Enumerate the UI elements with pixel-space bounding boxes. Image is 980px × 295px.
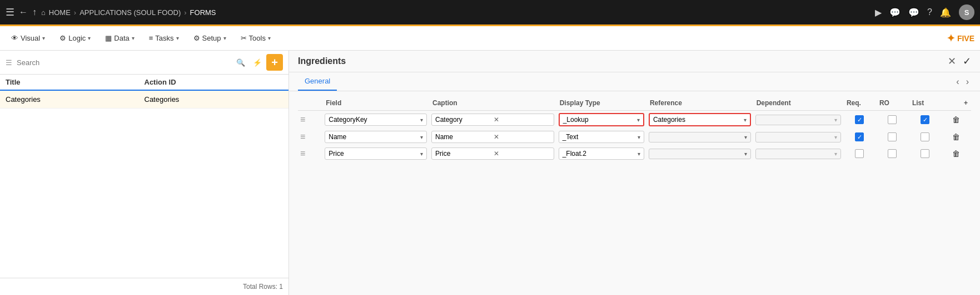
list-cell: ✓ xyxy=(909,111,942,129)
caption-clear-icon[interactable]: ✕ xyxy=(494,150,550,158)
display-type-select[interactable]: _Float.2▾ xyxy=(559,148,644,160)
bell-icon[interactable]: 🔔 xyxy=(940,7,951,18)
reference-select[interactable]: ▾ xyxy=(649,149,751,159)
list-cell xyxy=(909,129,942,145)
dependent-select[interactable]: ▾ xyxy=(755,132,841,142)
breadcrumb-app[interactable]: APPLICATIONS (SOUL FOOD) xyxy=(79,8,181,17)
add-button[interactable]: + xyxy=(266,54,283,71)
display-type-cell: _Text▾ xyxy=(556,129,646,145)
field-select[interactable]: CategoryKey▾ xyxy=(325,114,427,126)
delete-row-button[interactable]: 🗑 xyxy=(952,149,960,158)
search-bar: ☰ 🔍 ⚡ + xyxy=(0,51,288,75)
list-checkbox[interactable] xyxy=(921,149,929,158)
caption-input[interactable]: Category✕ xyxy=(431,114,554,126)
close-button[interactable]: ✕ xyxy=(948,55,956,67)
reference-arrow: ▾ xyxy=(744,151,747,157)
delete-row-button[interactable]: 🗑 xyxy=(952,115,960,124)
panel-title: Ingredients xyxy=(298,56,948,66)
ro-checkbox[interactable] xyxy=(888,132,897,141)
field-select-arrow: ▾ xyxy=(420,151,423,157)
delete-cell: 🗑 xyxy=(942,111,971,129)
chat-icon[interactable]: 💬 xyxy=(889,7,901,18)
req-checkbox[interactable]: ✓ xyxy=(855,115,864,124)
caption-input[interactable]: Price✕ xyxy=(431,148,554,160)
help-icon[interactable]: ? xyxy=(927,7,932,17)
visual-icon: 👁 xyxy=(11,34,18,42)
check-button[interactable]: ✓ xyxy=(963,55,971,67)
toolbar-tools[interactable]: ✂ Tools ▾ xyxy=(235,32,276,45)
caption-clear-icon[interactable]: ✕ xyxy=(494,116,550,124)
toolbar-logic[interactable]: ⚙ Logic ▾ xyxy=(54,32,96,45)
drag-handle[interactable]: ≡ xyxy=(298,111,322,129)
add-field-button[interactable]: + xyxy=(942,96,971,111)
caption-input[interactable]: Name✕ xyxy=(431,131,554,143)
req-checkbox[interactable]: ✓ xyxy=(855,132,864,141)
dependent-arrow: ▾ xyxy=(834,151,837,157)
delete-row-button[interactable]: 🗑 xyxy=(952,132,960,141)
list-cell xyxy=(909,145,942,162)
dependent-cell: ▾ xyxy=(753,145,843,162)
fields-table: Field Caption Display Type Reference Dep xyxy=(298,96,971,162)
top-nav-right: ▶ 💬 💬 ? 🔔 S xyxy=(875,4,974,20)
up-button[interactable]: ↑ xyxy=(32,7,37,17)
field-cell: CategoryKey▾ xyxy=(322,111,429,129)
drag-handle[interactable]: ≡ xyxy=(298,145,322,162)
search-input[interactable] xyxy=(17,58,232,67)
ro-checkbox[interactable] xyxy=(888,149,897,158)
data-arrow: ▾ xyxy=(132,35,135,41)
table-row[interactable]: Categories Categories xyxy=(0,91,288,109)
table-header: Title Action ID xyxy=(0,75,288,91)
field-select[interactable]: Price▾ xyxy=(325,148,427,160)
dependent-arrow: ▾ xyxy=(834,117,837,123)
visual-arrow: ▾ xyxy=(42,35,45,41)
tabs: General ‹ › xyxy=(289,72,980,91)
next-tab-button[interactable]: › xyxy=(964,76,971,88)
avatar[interactable]: S xyxy=(959,4,974,20)
reference-select[interactable]: Categories▾ xyxy=(649,113,751,126)
breadcrumb: ⌂ HOME › APPLICATIONS (SOUL FOOD) › FORM… xyxy=(41,8,870,17)
play-icon[interactable]: ▶ xyxy=(875,7,882,18)
right-panel: Ingredients ✕ ✓ General ‹ › Field xyxy=(289,51,980,295)
dependent-select[interactable]: ▾ xyxy=(755,115,841,125)
ro-cell xyxy=(876,129,909,145)
display-type-select[interactable]: _Lookup▾ xyxy=(559,113,644,126)
left-panel: ☰ 🔍 ⚡ + Title Action ID Categories Categ… xyxy=(0,51,289,295)
list-checkbox[interactable]: ✓ xyxy=(921,115,929,124)
th-req: Req. xyxy=(843,96,876,111)
tools-icon: ✂ xyxy=(241,34,247,42)
dependent-select[interactable]: ▾ xyxy=(755,149,841,159)
reference-arrow: ▾ xyxy=(744,117,747,123)
list-checkbox[interactable] xyxy=(921,132,929,141)
req-cell: ✓ xyxy=(843,111,876,129)
toolbar-tasks[interactable]: ≡ Tasks ▾ xyxy=(143,32,185,45)
caption-clear-icon[interactable]: ✕ xyxy=(494,133,550,141)
th-reference: Reference xyxy=(646,96,753,111)
prev-tab-button[interactable]: ‹ xyxy=(954,76,961,88)
field-row: ≡Price▾Price✕_Float.2▾▾▾🗑 xyxy=(298,145,971,162)
drag-handle[interactable]: ≡ xyxy=(298,129,322,145)
ro-checkbox[interactable] xyxy=(888,115,897,124)
display-type-select[interactable]: _Text▾ xyxy=(559,131,644,143)
req-checkbox[interactable] xyxy=(855,149,864,158)
flash-icon: ⚡ xyxy=(253,58,262,67)
reference-select[interactable]: ▾ xyxy=(649,132,751,142)
delete-cell: 🗑 xyxy=(942,145,971,162)
chat2-icon[interactable]: 💬 xyxy=(908,7,919,18)
breadcrumb-forms[interactable]: FORMS xyxy=(190,8,216,17)
five-logo: ✦ FIVE xyxy=(947,32,974,45)
toolbar-setup[interactable]: ⚙ Setup ▾ xyxy=(188,32,232,45)
hamburger-icon[interactable]: ☰ xyxy=(6,6,14,18)
top-nav: ☰ ← ↑ ⌂ HOME › APPLICATIONS (SOUL FOOD) … xyxy=(0,0,980,24)
breadcrumb-home[interactable]: HOME xyxy=(49,8,71,17)
field-row: ≡CategoryKey▾Category✕_Lookup▾Categories… xyxy=(298,111,971,129)
field-cell: Name▾ xyxy=(322,129,429,145)
col-action-id: Action ID xyxy=(145,78,283,86)
back-button[interactable]: ← xyxy=(19,7,28,17)
row-action-id: Categories xyxy=(145,95,283,104)
reference-arrow: ▾ xyxy=(744,134,747,140)
toolbar-visual[interactable]: 👁 Visual ▾ xyxy=(6,32,51,45)
reference-cell: Categories▾ xyxy=(646,111,753,129)
tab-general[interactable]: General xyxy=(298,72,337,91)
toolbar-data[interactable]: ▦ Data ▾ xyxy=(100,32,140,45)
field-select[interactable]: Name▾ xyxy=(325,131,427,143)
